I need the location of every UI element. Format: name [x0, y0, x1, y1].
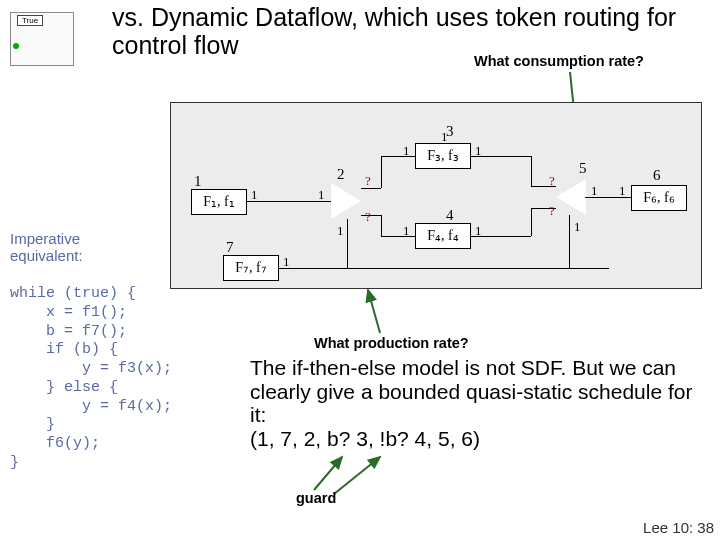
- unknown-rate: ?: [549, 203, 555, 219]
- true-widget-led-icon: [13, 43, 19, 49]
- node-label-5: 5: [579, 160, 587, 177]
- wire: [361, 188, 381, 189]
- port-rate: 1: [619, 183, 626, 199]
- node-label-4: 4: [446, 207, 454, 224]
- svg-line-1: [368, 290, 380, 333]
- wire: [381, 215, 382, 237]
- block-f7-label: F₇, f₇: [235, 260, 266, 275]
- node-label-2: 2: [337, 166, 345, 183]
- block-f7: F₇, f₇: [223, 255, 279, 281]
- block-f4-label: F₄, f₄: [427, 228, 458, 243]
- node-label-1: 1: [194, 173, 202, 190]
- consumption-question: What consumption rate?: [474, 53, 644, 69]
- wire: [279, 268, 609, 269]
- node-label-6: 6: [653, 167, 661, 184]
- imperative-code: while (true) { x = f1(); b = f7(); if (b…: [10, 285, 172, 473]
- merge-triangle-icon: [556, 179, 586, 215]
- unknown-rate: ?: [365, 173, 371, 189]
- block-f1: F₁, f₁: [191, 189, 247, 215]
- block-f6: F₆, f₆: [631, 185, 687, 211]
- wire: [361, 215, 381, 216]
- slide-title: vs. Dynamic Dataflow, which uses token r…: [112, 4, 712, 59]
- port-rate: 1: [318, 187, 325, 203]
- svg-line-3: [334, 457, 380, 494]
- node-label-7: 7: [226, 239, 234, 256]
- explanation-line1: The if-then-else model is not SDF. But w…: [250, 356, 692, 426]
- block-f6-label: F₆, f₆: [643, 190, 674, 205]
- wire: [531, 208, 532, 236]
- block-f3: F₃, f₃: [415, 143, 471, 169]
- slide-footer: Lee 10: 38: [643, 519, 714, 536]
- port-rate: 1: [337, 223, 344, 239]
- slide: True vs. Dynamic Dataflow, which uses to…: [0, 0, 720, 540]
- guard-label: guard: [296, 490, 336, 506]
- port-rate: 1: [591, 183, 598, 199]
- block-f4: F₄, f₄: [415, 223, 471, 249]
- svg-line-2: [314, 457, 342, 490]
- port-rate: 1: [475, 223, 482, 239]
- true-widget-box: True: [10, 12, 74, 66]
- wire: [569, 215, 570, 268]
- unknown-rate: ?: [549, 173, 555, 189]
- block-f3-label: F₃, f₃: [427, 148, 458, 163]
- port-rate: 1: [441, 129, 448, 145]
- port-rate: 1: [251, 187, 258, 203]
- wire: [381, 236, 415, 237]
- true-widget-label: True: [17, 15, 43, 26]
- production-question: What production rate?: [314, 335, 469, 351]
- wire: [381, 156, 382, 188]
- imperative-label: Imperative equivalent:: [10, 230, 130, 264]
- wire: [381, 156, 415, 157]
- dataflow-diagram: 1 2 3 4 5 6 7 F₁, f₁ F₇, f₇ F₃, f₃ F₄, f…: [170, 102, 702, 289]
- wire: [347, 219, 348, 268]
- port-rate: 1: [403, 143, 410, 159]
- unknown-rate: ?: [365, 209, 371, 225]
- split-triangle-icon: [331, 183, 361, 219]
- port-rate: 1: [574, 219, 581, 235]
- wire: [531, 156, 532, 186]
- block-f1-label: F₁, f₁: [203, 194, 234, 209]
- port-rate: 1: [403, 223, 410, 239]
- port-rate: 1: [283, 254, 290, 270]
- port-rate: 1: [475, 143, 482, 159]
- explanation-schedule: (1, 7, 2, b? 3, !b? 4, 5, 6): [250, 427, 480, 450]
- explanation-text: The if-then-else model is not SDF. But w…: [250, 356, 710, 450]
